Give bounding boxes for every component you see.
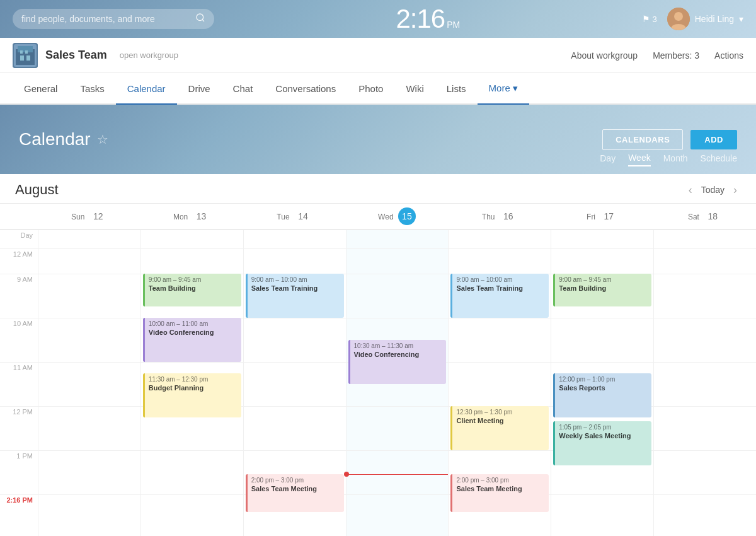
day-header-sat: Sat 18 bbox=[653, 204, 756, 229]
bg-slot-tue-11am[interactable] bbox=[244, 362, 346, 406]
bg-slot-mon-12am[interactable] bbox=[141, 248, 243, 274]
event-wed-video-conf[interactable]: 10:30 am – 11:30 am Video Conferencing bbox=[348, 340, 447, 384]
bg-slot-wed-2pm[interactable] bbox=[346, 494, 449, 536]
bg-slot-thu-10am[interactable] bbox=[449, 318, 551, 362]
time-slot-12pm: 12 PM bbox=[0, 406, 38, 450]
time-label-1pm: 1 PM bbox=[16, 452, 33, 460]
event-thu-sales-meeting[interactable]: 2:00 pm – 3:00 pm Sales Team Meeting bbox=[450, 474, 549, 512]
bg-slot-sat-9am[interactable] bbox=[654, 274, 756, 318]
members-link[interactable]: Members: 3 bbox=[653, 50, 699, 61]
event-time: 9:00 am – 9:45 am bbox=[149, 276, 238, 284]
bg-slot-sun-1pm[interactable] bbox=[38, 450, 140, 494]
search-input[interactable] bbox=[21, 14, 192, 24]
about-workgroup-link[interactable]: About workgroup bbox=[571, 50, 638, 61]
bg-slot-sat-12am[interactable] bbox=[654, 248, 756, 274]
bg-slot-fri-10am[interactable] bbox=[551, 318, 653, 362]
event-mon-budget[interactable]: 11:30 am – 12:30 pm Budget Planning bbox=[143, 373, 241, 417]
event-thu-sales-training[interactable]: 9:00 am – 10:00 am Sales Team Training bbox=[450, 274, 549, 318]
tab-chat[interactable]: Chat bbox=[222, 73, 265, 103]
tab-tasks[interactable]: Tasks bbox=[69, 73, 115, 103]
calendar-title: Calendar bbox=[19, 129, 91, 149]
bg-slot-sat-11am[interactable] bbox=[654, 362, 756, 406]
tab-general[interactable]: General bbox=[13, 73, 69, 103]
day-num-mon: 13 bbox=[193, 207, 210, 225]
event-tue-sales-training[interactable]: 9:00 am – 10:00 am Sales Team Training bbox=[246, 274, 344, 318]
workgroup-type: open workgroup bbox=[120, 50, 178, 60]
event-thu-client-meeting[interactable]: 12:30 pm – 1:30 pm Client Meeting bbox=[450, 406, 549, 450]
actions-link[interactable]: Actions bbox=[714, 50, 743, 61]
bg-slot-sun-11am[interactable] bbox=[38, 362, 140, 406]
view-day[interactable]: Day bbox=[600, 153, 616, 166]
workgroup-actions: About workgroup Members: 3 Actions bbox=[571, 50, 743, 61]
tab-drive[interactable]: Drive bbox=[177, 73, 222, 103]
bg-slot-sun-12pm[interactable] bbox=[38, 406, 140, 450]
event-title: Sales Team Training bbox=[251, 284, 340, 293]
day-col-fri: 9:00 am – 9:45 am Team Building 12:00 pm… bbox=[551, 230, 653, 536]
bg-slot-tue-12am[interactable] bbox=[244, 248, 346, 274]
clock-time: 2:16 bbox=[396, 4, 445, 34]
event-time: 2:00 pm – 3:00 pm bbox=[251, 476, 340, 484]
event-fri-team-building[interactable]: 9:00 am – 9:45 am Team Building bbox=[553, 274, 651, 306]
event-tue-sales-meeting[interactable]: 2:00 pm – 3:00 pm Sales Team Meeting bbox=[246, 474, 344, 512]
view-schedule[interactable]: Schedule bbox=[701, 153, 737, 166]
bg-slot-sat-1pm[interactable] bbox=[654, 450, 756, 494]
tab-photo[interactable]: Photo bbox=[347, 73, 394, 103]
bg-slot-sun-10am[interactable] bbox=[38, 318, 140, 362]
bg-slot-sat-10am[interactable] bbox=[654, 318, 756, 362]
event-time: 11:30 am – 12:30 pm bbox=[149, 375, 238, 383]
bg-slot-fri-2pm[interactable] bbox=[551, 494, 653, 536]
time-label-12am: 12 AM bbox=[13, 250, 33, 258]
svg-rect-12 bbox=[25, 50, 28, 54]
bg-slot-mon-2pm[interactable] bbox=[141, 494, 243, 536]
bg-slot-tue-10am[interactable] bbox=[244, 318, 346, 362]
event-fri-weekly-sales[interactable]: 1:05 pm – 2:05 pm Weekly Sales Meeting bbox=[553, 421, 651, 465]
bg-slot-sun-9am[interactable] bbox=[38, 274, 140, 318]
bg-slot-sun-2pm[interactable] bbox=[38, 494, 140, 536]
day-label-tue bbox=[244, 230, 346, 248]
event-mon-team-building[interactable]: 9:00 am – 9:45 am Team Building bbox=[143, 274, 241, 306]
bg-slot-fri-12am[interactable] bbox=[551, 248, 653, 274]
event-mon-video-conf[interactable]: 10:00 am – 11:00 am Video Conferencing bbox=[143, 318, 241, 362]
tab-more[interactable]: More ▾ bbox=[478, 73, 529, 103]
bg-slot-wed-9am[interactable] bbox=[346, 274, 449, 318]
bg-slot-wed-12am[interactable] bbox=[346, 248, 449, 274]
favorite-star-icon[interactable]: ☆ bbox=[97, 132, 108, 147]
tab-lists[interactable]: Lists bbox=[435, 73, 478, 103]
day-col-sat bbox=[653, 230, 756, 536]
event-title: Sales Team Meeting bbox=[456, 484, 545, 493]
user-info[interactable]: Heidi Ling ▾ bbox=[667, 8, 743, 30]
time-slot-2pm: 2:16 PM bbox=[0, 494, 38, 536]
bg-slot-sat-12pm[interactable] bbox=[654, 406, 756, 450]
tab-wiki[interactable]: Wiki bbox=[394, 73, 435, 103]
day-header-thu: Thu 16 bbox=[448, 204, 551, 229]
bg-slot-tue-12pm[interactable] bbox=[244, 406, 346, 450]
event-title: Sales Team Meeting bbox=[251, 484, 340, 493]
search-box[interactable] bbox=[13, 9, 214, 29]
day-col-thu: 9:00 am – 10:00 am Sales Team Training 1… bbox=[448, 230, 551, 536]
tab-calendar[interactable]: Calendar bbox=[116, 73, 177, 103]
day-num-sat: 18 bbox=[704, 207, 721, 225]
event-fri-sales-reports[interactable]: 12:00 pm – 1:00 pm Sales Reports bbox=[553, 373, 651, 417]
calendars-button[interactable]: CALENDARS bbox=[602, 129, 683, 150]
user-dropdown-icon[interactable]: ▾ bbox=[739, 14, 743, 24]
bg-slot-mon-1pm[interactable] bbox=[141, 450, 243, 494]
bg-slot-thu-11am[interactable] bbox=[449, 362, 551, 406]
time-label-2pm: 2:16 PM bbox=[6, 496, 33, 504]
calendar-body: August ‹ Today › Sun 12 Mon 13 Tue 14 We… bbox=[0, 174, 756, 536]
prev-week-button[interactable]: ‹ bbox=[685, 184, 696, 197]
bg-slot-wed-1pm[interactable] bbox=[346, 450, 449, 494]
notification-badge[interactable]: ⚑ 3 bbox=[642, 14, 657, 24]
time-slot-11am: 11 AM bbox=[0, 362, 38, 406]
add-event-button[interactable]: ADD bbox=[690, 130, 737, 149]
event-time: 9:00 am – 10:00 am bbox=[456, 276, 545, 284]
bg-slot-sun-12am[interactable] bbox=[38, 248, 140, 274]
view-month[interactable]: Month bbox=[663, 153, 688, 166]
next-week-button[interactable]: › bbox=[730, 184, 741, 197]
bg-slot-thu-12am[interactable] bbox=[449, 248, 551, 274]
svg-point-0 bbox=[197, 14, 203, 21]
view-week[interactable]: Week bbox=[628, 153, 651, 166]
bg-slot-sat-2pm[interactable] bbox=[654, 494, 756, 536]
tab-conversations[interactable]: Conversations bbox=[264, 73, 347, 103]
bg-slot-wed-12pm[interactable] bbox=[346, 406, 449, 450]
today-button[interactable]: Today bbox=[701, 185, 724, 195]
